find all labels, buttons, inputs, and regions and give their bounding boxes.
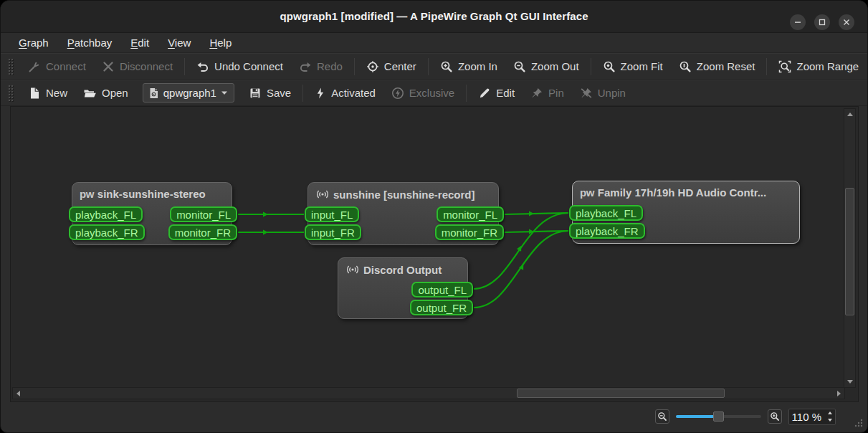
zoom-spinbox[interactable]: [788, 409, 836, 425]
horizontal-scrollbar-thumb[interactable]: [517, 389, 725, 398]
horizontal-scrollbar[interactable]: [12, 387, 845, 399]
zoom-spinbox-input[interactable]: [789, 409, 824, 424]
redo-button[interactable]: Redo: [291, 57, 350, 77]
save-icon: [249, 87, 262, 100]
resize-grip[interactable]: [853, 417, 864, 428]
port[interactable]: playback_FR: [69, 224, 145, 240]
zoom-fit-icon: [603, 60, 616, 73]
port[interactable]: monitor_FL: [437, 206, 504, 222]
pipewire-icon: pw: [580, 186, 594, 199]
port[interactable]: output_FR: [410, 300, 473, 315]
vertical-scrollbar-thumb[interactable]: [845, 188, 854, 315]
pin-button[interactable]: Pin: [523, 83, 572, 103]
save-button[interactable]: Save: [241, 83, 299, 103]
port[interactable]: monitor_FL: [170, 206, 237, 222]
port[interactable]: input_FR: [305, 224, 361, 240]
session-combobox[interactable]: qpwgraph1: [143, 83, 234, 103]
toolbar-separator: [354, 58, 355, 75]
port[interactable]: playback_FL: [69, 206, 143, 222]
graph-canvas[interactable]: pw sink-sunshine-stereo playback_FL play…: [10, 106, 859, 402]
zoom-out-icon: [657, 411, 667, 422]
arrow-down-icon: [847, 380, 853, 384]
unpin-icon: [580, 87, 593, 100]
vertical-scrollbar[interactable]: [844, 108, 856, 388]
new-button[interactable]: New: [20, 83, 75, 103]
toolbar-drag-handle[interactable]: [8, 85, 14, 102]
arrow-up-icon: [847, 113, 853, 116]
menubar: Graph Patchbay Edit View Help: [1, 33, 867, 53]
zoom-fit-button[interactable]: Zoom Fit: [595, 57, 671, 77]
titlebar[interactable]: qpwgraph1 [modified] — A PipeWire Graph …: [1, 1, 867, 33]
center-button[interactable]: Center: [358, 57, 424, 77]
node-discord-output[interactable]: Discord Output output_FL output_FR: [338, 257, 468, 319]
menu-view[interactable]: View: [158, 34, 200, 51]
scroll-right-button[interactable]: [834, 388, 844, 399]
menu-graph[interactable]: Graph: [9, 34, 58, 51]
zoom-in-mini-button[interactable]: [768, 409, 782, 424]
zoom-in-icon: [440, 60, 453, 73]
spin-up-button[interactable]: [824, 409, 835, 417]
exclusive-button[interactable]: Exclusive: [383, 83, 462, 103]
zoom-in-button[interactable]: Zoom In: [432, 57, 505, 77]
stream-icon: [315, 188, 330, 201]
maximize-button[interactable]: [814, 14, 830, 30]
undo-connect-button[interactable]: Undo Connect: [189, 57, 291, 77]
minimize-button[interactable]: [790, 14, 806, 30]
edit-button[interactable]: Edit: [470, 83, 523, 103]
arrow-right-icon: [837, 391, 841, 396]
menu-patchbay[interactable]: Patchbay: [58, 34, 122, 51]
open-button[interactable]: Open: [75, 83, 136, 103]
zoom-out-icon: [513, 60, 526, 73]
maximize-icon: [818, 18, 826, 27]
port[interactable]: playback_FL: [569, 205, 643, 221]
zoom-out-mini-button[interactable]: [655, 409, 669, 424]
menu-help[interactable]: Help: [200, 34, 241, 51]
toolbar-graph: Connect Disconnect Undo Connect Redo Cen…: [1, 53, 867, 80]
toolbar-separator: [591, 58, 591, 75]
port[interactable]: monitor_FR: [435, 224, 504, 240]
center-icon: [366, 60, 379, 73]
minimize-icon: [793, 18, 802, 27]
port[interactable]: input_FL: [305, 206, 359, 222]
zoom-range-button[interactable]: Zoom Range: [771, 57, 867, 77]
zoom-out-button[interactable]: Zoom Out: [505, 57, 587, 77]
arrow-down-icon: [828, 419, 832, 422]
zoom-slider[interactable]: [676, 411, 761, 422]
app-window: qpwgraph1 [modified] — A PipeWire Graph …: [0, 0, 868, 433]
spin-down-button[interactable]: [824, 417, 835, 424]
toolbar-separator: [302, 85, 303, 102]
scroll-down-button[interactable]: [844, 376, 855, 387]
zoom-reset-icon: [679, 60, 692, 73]
zoom-range-icon: [778, 60, 791, 73]
node-sunshine-record[interactable]: sunshine [sunshine-record] input_FL inpu…: [307, 182, 499, 245]
activated-button[interactable]: Activated: [307, 83, 383, 103]
zoom-spin-buttons: [824, 409, 835, 424]
statusbar: [1, 401, 867, 432]
port[interactable]: playback_FR: [569, 223, 645, 239]
zoom-reset-button[interactable]: Zoom Reset: [671, 57, 763, 77]
redo-icon: [299, 60, 312, 73]
close-icon: [842, 18, 851, 27]
port[interactable]: monitor_FR: [168, 224, 237, 240]
close-button[interactable]: [839, 14, 854, 30]
connections-layer: [11, 107, 859, 403]
exclusive-bolt-icon: [391, 87, 404, 100]
port[interactable]: output_FL: [411, 282, 473, 298]
menu-edit[interactable]: Edit: [121, 34, 158, 51]
zoom-slider-fill: [676, 415, 715, 418]
toolbar-separator: [184, 58, 185, 75]
scroll-left-button[interactable]: [13, 388, 24, 399]
node-family-hd-audio[interactable]: pw Family 17h/19h HD Audio Contr... play…: [572, 181, 800, 244]
session-file-icon: [148, 87, 159, 99]
unpin-button[interactable]: Unpin: [572, 83, 634, 103]
zoom-slider-handle[interactable]: [713, 411, 724, 422]
toolbar-file: New Open qpwgraph1 Save Activated Exclus…: [1, 80, 867, 106]
scroll-up-button[interactable]: [844, 109, 855, 120]
pipewire-icon: pw: [80, 188, 94, 200]
disconnect-button[interactable]: Disconnect: [94, 57, 181, 77]
connect-button[interactable]: Connect: [20, 57, 94, 77]
toolbar-drag-handle[interactable]: [8, 58, 14, 75]
node-sink-sunshine-stereo[interactable]: pw sink-sunshine-stereo playback_FL play…: [72, 182, 232, 245]
node-title: sunshine [sunshine-record]: [308, 183, 498, 201]
disconnect-icon: [102, 60, 115, 73]
